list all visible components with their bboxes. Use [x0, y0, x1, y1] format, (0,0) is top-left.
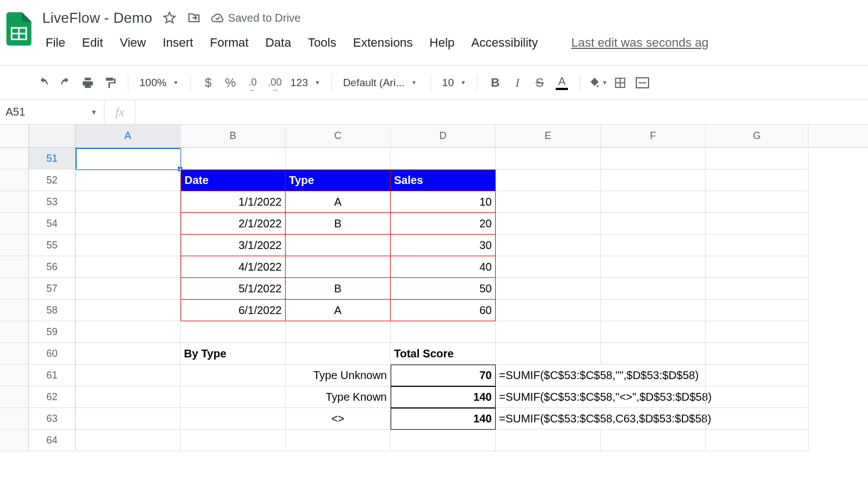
currency-button[interactable]: $ [198, 73, 218, 93]
menu-file[interactable]: File [46, 36, 65, 50]
cloud-status[interactable]: Saved to Drive [211, 11, 301, 24]
decrease-decimal-button[interactable]: .0← [243, 73, 263, 93]
strikethrough-button[interactable]: S [530, 73, 550, 93]
col-header-e[interactable]: E [496, 125, 601, 147]
cell-c51[interactable] [286, 148, 391, 170]
font-size-select[interactable]: 10 [439, 77, 469, 89]
spreadsheet-grid[interactable]: A B C D E F G 51 52 Date Type Sales 53 [0, 125, 868, 451]
select-all-corner[interactable] [0, 125, 29, 147]
cell-b55[interactable]: 3/1/2022 [181, 235, 286, 256]
formula-input[interactable] [136, 100, 868, 124]
col-header-a[interactable]: A [76, 125, 181, 147]
last-edit-link[interactable]: Last edit was seconds ag [571, 36, 709, 50]
print-button[interactable] [78, 73, 98, 93]
col-header-b[interactable]: B [181, 125, 286, 147]
cell-a52[interactable] [76, 170, 181, 191]
cell-c55[interactable] [286, 235, 391, 256]
cell-c61[interactable]: Type Unknown [286, 365, 391, 386]
menu-edit[interactable]: Edit [82, 36, 103, 50]
move-icon[interactable] [187, 11, 201, 25]
cell-d54[interactable]: 20 [391, 213, 496, 235]
cell-d62[interactable]: 140 [391, 386, 496, 408]
fill-color-button[interactable]: ▼ [588, 73, 608, 93]
cell-c63[interactable]: <> [286, 408, 391, 430]
bold-button[interactable]: B [485, 73, 505, 93]
menu-data[interactable]: Data [265, 36, 291, 50]
borders-button[interactable] [610, 73, 630, 93]
row-header-64[interactable]: 64 [29, 430, 76, 451]
cell-a51[interactable] [76, 148, 181, 170]
row-header-54[interactable]: 54 [29, 213, 76, 235]
cell-d63[interactable]: 140 [391, 408, 496, 430]
cell-c57[interactable]: B [286, 278, 391, 300]
menu-view[interactable]: View [119, 36, 146, 50]
star-icon[interactable] [162, 11, 177, 25]
cell-d60[interactable]: Total Score [391, 343, 496, 365]
cell-f51[interactable] [601, 148, 706, 170]
font-select[interactable]: Default (Ari... [340, 77, 423, 89]
italic-button[interactable]: I [507, 73, 527, 93]
cell-b54[interactable]: 2/1/2022 [181, 213, 286, 235]
document-title[interactable]: LiveFlow - Demo [42, 9, 152, 27]
cell-c54[interactable]: B [286, 213, 391, 235]
cell-c62[interactable]: Type Known [286, 386, 391, 408]
cell-d53[interactable]: 10 [391, 191, 496, 213]
menu-tools[interactable]: Tools [308, 36, 336, 50]
zoom-select[interactable]: 100% [136, 77, 182, 89]
undo-button[interactable] [33, 73, 53, 93]
cell-e61[interactable]: =SUMIF($C$53:$C$58,"",$D$53:$D$58) [496, 365, 601, 386]
cell-d61[interactable]: 70 [391, 365, 496, 386]
redo-button[interactable] [56, 73, 76, 93]
cell-d56[interactable]: 40 [391, 256, 496, 278]
menu-format[interactable]: Format [210, 36, 249, 50]
row-header-52[interactable]: 52 [29, 170, 76, 191]
cell-b57[interactable]: 5/1/2022 [181, 278, 286, 300]
cell-b53[interactable]: 1/1/2022 [181, 191, 286, 213]
cell-a53[interactable] [76, 191, 181, 213]
col-header-g[interactable]: G [706, 125, 809, 147]
cell-c56[interactable] [286, 256, 391, 278]
paint-format-button[interactable] [100, 73, 120, 93]
col-header-c[interactable]: C [286, 125, 391, 147]
name-box[interactable]: A51▼ [0, 100, 104, 124]
cell-e51[interactable] [496, 148, 601, 170]
row-header-62[interactable]: 62 [29, 386, 76, 408]
increase-decimal-button[interactable]: .00→ [265, 73, 285, 93]
merge-button[interactable] [632, 73, 652, 93]
row-header-51[interactable]: 51 [29, 148, 76, 170]
row-header-58[interactable]: 58 [29, 300, 76, 321]
row-header-53[interactable]: 53 [29, 191, 76, 213]
cell-g51[interactable] [706, 148, 809, 170]
menu-accessibility[interactable]: Accessibility [471, 36, 538, 50]
menu-extensions[interactable]: Extensions [353, 36, 413, 50]
cell-b52[interactable]: Date [181, 170, 286, 191]
cell-f52[interactable] [601, 170, 706, 191]
cell-b58[interactable]: 6/1/2022 [181, 300, 286, 321]
menu-help[interactable]: Help [430, 36, 455, 50]
row-header-61[interactable]: 61 [29, 365, 76, 386]
cell-g52[interactable] [706, 170, 809, 191]
cell-b51[interactable] [181, 148, 286, 170]
number-format-button[interactable]: 123 [287, 77, 324, 89]
row-header-59[interactable]: 59 [29, 321, 76, 343]
cell-e52[interactable] [496, 170, 601, 191]
row-header-60[interactable]: 60 [29, 343, 76, 365]
cell-c52[interactable]: Type [286, 170, 391, 191]
cell-e62[interactable]: =SUMIF($C$53:$C$58,"<>",$D$53:$D$58) [496, 386, 601, 408]
cell-b60[interactable]: By Type [181, 343, 286, 365]
cell-d51[interactable] [391, 148, 496, 170]
percent-button[interactable]: % [221, 73, 241, 93]
col-header-f[interactable]: F [601, 125, 706, 147]
row-header-57[interactable]: 57 [29, 278, 76, 300]
cell-c53[interactable]: A [286, 191, 391, 213]
menu-insert[interactable]: Insert [163, 36, 193, 50]
row-header-55[interactable]: 55 [29, 235, 76, 256]
sheets-logo[interactable] [4, 9, 33, 49]
cell-d58[interactable]: 60 [391, 300, 496, 321]
row-header-63[interactable]: 63 [29, 408, 76, 430]
cell-d55[interactable]: 30 [391, 235, 496, 256]
row-header-56[interactable]: 56 [29, 256, 76, 278]
cell-d57[interactable]: 50 [391, 278, 496, 300]
cell-c58[interactable]: A [286, 300, 391, 321]
text-color-button[interactable]: A [552, 73, 572, 93]
